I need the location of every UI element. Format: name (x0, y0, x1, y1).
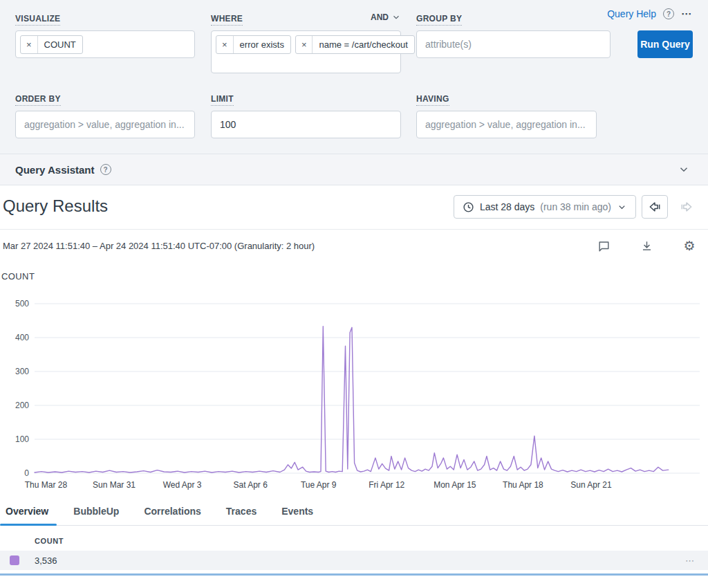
query-assistant-bar[interactable]: Query Assistant ? (0, 154, 708, 185)
order-by-label: ORDER BY (15, 94, 61, 106)
svg-text:Sun Mar 31: Sun Mar 31 (93, 480, 136, 490)
tab-overview[interactable]: Overview (6, 506, 48, 525)
svg-text:Tue Apr 9: Tue Apr 9 (301, 480, 337, 490)
run-query-button[interactable]: Run Query (637, 30, 693, 58)
svg-text:Sat Apr 6: Sat Apr 6 (233, 480, 268, 490)
series-color-swatch (10, 555, 19, 565)
pill-label: COUNT (38, 36, 82, 53)
time-range-sub: (run 38 min ago) (540, 201, 611, 212)
download-icon (640, 239, 653, 252)
results-tabs: Overview BubbleUp Correlations Traces Ev… (0, 506, 708, 526)
tab-correlations[interactable]: Correlations (144, 506, 201, 525)
svg-text:0: 0 (24, 468, 29, 478)
remove-pill-icon[interactable]: × (296, 36, 313, 53)
svg-text:Wed Apr 3: Wed Apr 3 (163, 480, 202, 490)
limit-input[interactable] (212, 111, 400, 138)
svg-text:Fri Apr 12: Fri Apr 12 (369, 480, 404, 490)
remove-pill-icon[interactable]: × (21, 36, 38, 53)
table-column-header: COUNT (0, 526, 708, 551)
group-by-label: GROUP BY (416, 14, 462, 26)
chevron-down-icon (391, 12, 401, 22)
remove-pill-icon[interactable]: × (216, 36, 234, 53)
help-row: Query Help ? ⋯ (607, 8, 693, 20)
having-label: HAVING (416, 94, 449, 106)
visualize-pill-count[interactable]: × COUNT (20, 35, 83, 54)
where-label: WHERE (211, 14, 243, 26)
where-operator-dropdown[interactable]: AND (346, 12, 401, 22)
pill-label: name = /cart/checkout (313, 36, 413, 53)
comment-icon (597, 239, 611, 252)
tab-traces[interactable]: Traces (226, 506, 257, 525)
query-help-link[interactable]: Query Help (607, 8, 656, 19)
settings-button[interactable]: ⚙ (680, 237, 698, 255)
tab-bubbleup[interactable]: BubbleUp (73, 506, 119, 525)
group-by-field (416, 30, 611, 58)
previous-query-button[interactable] (642, 195, 668, 219)
limit-field (211, 111, 401, 138)
where-pill-name-checkout[interactable]: × name = /cart/checkout (295, 35, 415, 54)
svg-text:Sun Apr 21: Sun Apr 21 (570, 480, 612, 490)
download-button[interactable] (637, 237, 655, 255)
help-circle-icon[interactable]: ? (100, 164, 111, 175)
table-row[interactable]: 3,536 ⋯ (0, 551, 708, 570)
bottom-accent-bar (0, 573, 708, 576)
arrow-back-icon (648, 200, 662, 214)
row-more-icon[interactable]: ⋯ (685, 555, 696, 566)
results-chart[interactable]: 0100200300400500Thu Mar 28Sun Mar 31Wed … (0, 283, 708, 490)
chart-title: COUNT (1, 271, 708, 282)
visualize-input[interactable]: × COUNT (15, 30, 195, 58)
svg-text:100: 100 (15, 434, 29, 444)
results-header: Query Results Last 28 days (run 38 min a… (0, 185, 708, 230)
time-range-label: Last 28 days (480, 201, 534, 212)
pill-label: error exists (234, 36, 290, 53)
help-circle-icon[interactable]: ? (663, 8, 674, 19)
chevron-down-icon[interactable] (678, 163, 690, 176)
where-operator-label: AND (371, 12, 389, 22)
gear-icon: ⚙ (683, 239, 695, 252)
date-range-row: Mar 27 2024 11:51:40 – Apr 24 2024 11:51… (0, 230, 708, 261)
svg-text:300: 300 (15, 367, 29, 376)
page-title: Query Results (3, 196, 108, 216)
svg-text:Thu Mar 28: Thu Mar 28 (25, 480, 68, 490)
having-input[interactable] (417, 111, 596, 138)
svg-text:Mon Apr 15: Mon Apr 15 (434, 480, 476, 490)
arrow-forward-icon (680, 200, 693, 214)
limit-label: LIMIT (211, 94, 234, 106)
query-assistant-title: Query Assistant (15, 164, 95, 176)
visualize-label: VISUALIZE (15, 14, 60, 26)
group-by-input[interactable] (417, 31, 610, 57)
svg-text:200: 200 (15, 401, 29, 410)
date-range-text: Mar 27 2024 11:51:40 – Apr 24 2024 11:51… (3, 241, 315, 251)
clock-icon (463, 201, 474, 213)
order-by-field (15, 111, 195, 138)
svg-text:400: 400 (15, 333, 29, 342)
order-by-input[interactable] (16, 111, 194, 138)
more-menu-icon[interactable]: ⋯ (681, 8, 693, 20)
next-query-button[interactable] (673, 195, 700, 219)
chevron-down-icon (617, 202, 627, 212)
comment-button[interactable] (595, 237, 613, 255)
time-range-dropdown[interactable]: Last 28 days (run 38 min ago) (454, 195, 636, 219)
tab-events[interactable]: Events (281, 506, 313, 525)
svg-text:Thu Apr 18: Thu Apr 18 (503, 480, 543, 490)
where-input[interactable]: × error exists × name = /cart/checkout (211, 30, 401, 73)
where-pill-error-exists[interactable]: × error exists (216, 35, 291, 54)
having-field (416, 111, 597, 138)
query-builder: VISUALIZE × COUNT WHERE AND × error exis… (0, 0, 708, 154)
count-value: 3,536 (35, 555, 57, 566)
svg-text:500: 500 (15, 299, 29, 309)
